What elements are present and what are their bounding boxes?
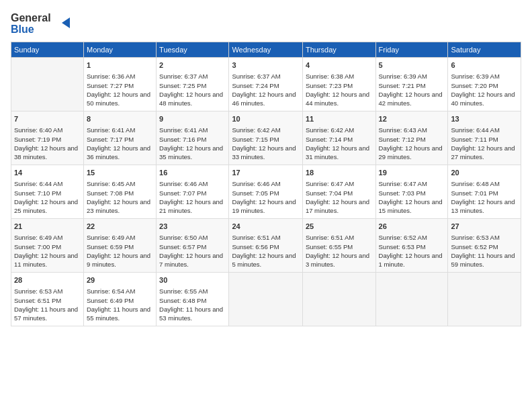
daylight-text: Daylight: 12 hours and 7 minutes. [159, 251, 226, 269]
sunrise-text: Sunrise: 6:41 AM [87, 126, 153, 134]
sunset-text: Sunset: 7:05 PM [232, 189, 300, 197]
day-cell: 16Sunrise: 6:46 AMSunset: 7:07 PMDayligh… [157, 165, 229, 219]
day-number: 8 [87, 114, 153, 124]
sunrise-text: Sunrise: 6:46 AM [232, 179, 300, 188]
daylight-text: Daylight: 12 hours and 1 minute. [379, 251, 445, 269]
col-header-saturday: Saturday [448, 42, 521, 58]
day-number: 5 [379, 60, 445, 71]
sunrise-text: Sunrise: 6:51 AM [306, 233, 373, 242]
day-number: 28 [14, 275, 81, 285]
sunset-text: Sunset: 7:10 PM [14, 189, 81, 197]
daylight-text: Daylight: 12 hours and 11 minutes. [14, 251, 81, 269]
day-number: 25 [306, 222, 373, 232]
day-cell [11, 58, 84, 111]
daylight-text: Daylight: 12 hours and 44 minutes. [306, 90, 373, 108]
sunrise-text: Sunrise: 6:51 AM [232, 233, 300, 242]
day-cell [302, 273, 375, 326]
day-cell [375, 273, 448, 326]
day-cell: 15Sunrise: 6:45 AMSunset: 7:08 PMDayligh… [83, 165, 156, 219]
sunrise-text: Sunrise: 6:49 AM [87, 233, 153, 242]
day-number: 3 [232, 60, 300, 71]
daylight-text: Daylight: 12 hours and 35 minutes. [159, 144, 226, 162]
sunrise-text: Sunrise: 6:47 AM [379, 179, 445, 188]
day-cell: 27Sunrise: 6:53 AMSunset: 6:52 PMDayligh… [448, 219, 521, 273]
sunrise-text: Sunrise: 6:47 AM [306, 179, 373, 188]
sunrise-text: Sunrise: 6:52 AM [379, 233, 445, 242]
day-cell: 6Sunrise: 6:39 AMSunset: 7:20 PMDaylight… [448, 58, 521, 111]
col-header-monday: Monday [83, 42, 156, 58]
sunset-text: Sunset: 6:49 PM [87, 296, 153, 305]
day-cell: 21Sunrise: 6:49 AMSunset: 7:00 PMDayligh… [11, 219, 84, 273]
sunrise-text: Sunrise: 6:44 AM [451, 126, 518, 134]
col-header-sunday: Sunday [11, 42, 84, 58]
daylight-text: Daylight: 12 hours and 31 minutes. [306, 144, 373, 162]
daylight-text: Daylight: 12 hours and 27 minutes. [451, 144, 518, 162]
week-row-3: 14Sunrise: 6:44 AMSunset: 7:10 PMDayligh… [11, 165, 521, 219]
day-number: 1 [87, 60, 153, 71]
sunrise-text: Sunrise: 6:37 AM [159, 72, 226, 81]
daylight-text: Daylight: 11 hours and 53 minutes. [159, 305, 226, 323]
day-cell: 10Sunrise: 6:42 AMSunset: 7:15 PMDayligh… [229, 111, 303, 165]
sunset-text: Sunset: 7:17 PM [87, 135, 153, 144]
sunset-text: Sunset: 6:55 PM [306, 242, 373, 251]
day-cell: 8Sunrise: 6:41 AMSunset: 7:17 PMDaylight… [83, 111, 156, 165]
day-number: 22 [87, 222, 153, 232]
day-number: 20 [451, 168, 518, 178]
svg-text:General: General [11, 12, 51, 24]
daylight-text: Daylight: 12 hours and 40 minutes. [451, 90, 518, 108]
sunrise-text: Sunrise: 6:42 AM [306, 126, 373, 134]
sunset-text: Sunset: 7:27 PM [87, 81, 153, 90]
day-cell: 12Sunrise: 6:43 AMSunset: 7:12 PMDayligh… [375, 111, 448, 165]
day-cell: 25Sunrise: 6:51 AMSunset: 6:55 PMDayligh… [302, 219, 375, 273]
sunset-text: Sunset: 7:04 PM [306, 189, 373, 197]
day-cell: 24Sunrise: 6:51 AMSunset: 6:56 PMDayligh… [229, 219, 303, 273]
sunset-text: Sunset: 7:24 PM [232, 81, 300, 90]
daylight-text: Daylight: 12 hours and 21 minutes. [159, 197, 226, 216]
sunrise-text: Sunrise: 6:38 AM [306, 72, 373, 81]
sunset-text: Sunset: 7:07 PM [159, 189, 226, 197]
svg-marker-2 [62, 17, 70, 28]
day-cell: 2Sunrise: 6:37 AMSunset: 7:25 PMDaylight… [157, 58, 229, 111]
sunrise-text: Sunrise: 6:39 AM [451, 72, 518, 81]
daylight-text: Daylight: 11 hours and 55 minutes. [87, 305, 153, 323]
daylight-text: Daylight: 12 hours and 23 minutes. [87, 197, 153, 216]
daylight-text: Daylight: 12 hours and 46 minutes. [232, 90, 300, 108]
day-number: 9 [159, 114, 226, 124]
daylight-text: Daylight: 12 hours and 50 minutes. [87, 90, 153, 108]
daylight-text: Daylight: 12 hours and 15 minutes. [379, 197, 445, 216]
day-cell: 30Sunrise: 6:55 AMSunset: 6:48 PMDayligh… [157, 273, 229, 326]
sunset-text: Sunset: 7:25 PM [159, 81, 226, 90]
day-number: 19 [379, 168, 445, 178]
day-number: 21 [14, 222, 81, 232]
sunset-text: Sunset: 7:01 PM [451, 189, 518, 197]
sunset-text: Sunset: 6:51 PM [14, 296, 81, 305]
day-cell: 9Sunrise: 6:41 AMSunset: 7:16 PMDaylight… [157, 111, 229, 165]
sunrise-text: Sunrise: 6:36 AM [87, 72, 153, 81]
sunrise-text: Sunrise: 6:41 AM [159, 126, 226, 134]
sunrise-text: Sunrise: 6:54 AM [87, 287, 153, 295]
day-cell: 22Sunrise: 6:49 AMSunset: 6:59 PMDayligh… [83, 219, 156, 273]
sunrise-text: Sunrise: 6:42 AM [232, 126, 300, 134]
sunrise-text: Sunrise: 6:44 AM [14, 179, 81, 188]
daylight-text: Daylight: 12 hours and 33 minutes. [232, 144, 300, 162]
day-cell: 13Sunrise: 6:44 AMSunset: 7:11 PMDayligh… [448, 111, 521, 165]
day-cell [229, 273, 303, 326]
daylight-text: Daylight: 12 hours and 17 minutes. [306, 197, 373, 216]
sunset-text: Sunset: 7:11 PM [451, 135, 518, 144]
sunrise-text: Sunrise: 6:50 AM [159, 233, 226, 242]
day-cell: 19Sunrise: 6:47 AMSunset: 7:03 PMDayligh… [375, 165, 448, 219]
col-header-tuesday: Tuesday [157, 42, 229, 58]
daylight-text: Daylight: 12 hours and 25 minutes. [14, 197, 81, 216]
day-cell: 7Sunrise: 6:40 AMSunset: 7:19 PMDaylight… [11, 111, 84, 165]
sunrise-text: Sunrise: 6:55 AM [159, 287, 226, 295]
sunrise-text: Sunrise: 6:53 AM [14, 287, 81, 295]
day-number: 2 [159, 60, 226, 71]
day-number: 7 [14, 114, 81, 124]
day-cell: 11Sunrise: 6:42 AMSunset: 7:14 PMDayligh… [302, 111, 375, 165]
daylight-text: Daylight: 12 hours and 42 minutes. [379, 90, 445, 108]
sunset-text: Sunset: 6:52 PM [451, 242, 518, 251]
sunrise-text: Sunrise: 6:49 AM [14, 233, 81, 242]
daylight-text: Daylight: 12 hours and 36 minutes. [87, 144, 153, 162]
day-number: 30 [159, 275, 226, 285]
day-number: 24 [232, 222, 300, 232]
